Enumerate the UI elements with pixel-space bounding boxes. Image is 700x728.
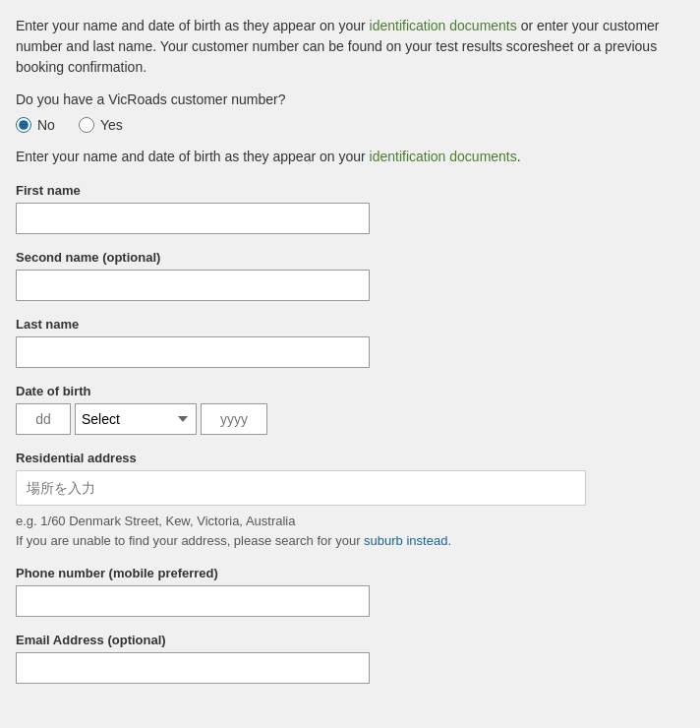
suburb-link[interactable]: suburb instead [364, 533, 447, 548]
last-name-label: Last name [16, 317, 684, 332]
id-text-part1: Enter your name and date of birth as the… [16, 149, 370, 164]
intro-text-part1: Enter your name and date of birth as the… [16, 18, 370, 33]
address-hint: e.g. 1/60 Denmark Street, Kew, Victoria,… [16, 512, 684, 550]
address-hint2-part1: If you are unable to find your address, … [16, 533, 364, 548]
second-name-label: Second name (optional) [16, 250, 684, 265]
radio-yes-label: Yes [100, 117, 123, 133]
last-name-input[interactable] [16, 336, 370, 368]
identification-link-2[interactable]: identification documents [370, 149, 517, 164]
customer-number-radio-group: No Yes [16, 117, 684, 133]
last-name-field: Last name [16, 317, 684, 368]
phone-input[interactable] [16, 585, 370, 617]
radio-no-label: No [37, 117, 55, 133]
address-example: e.g. 1/60 Denmark Street, Kew, Victoria,… [16, 514, 295, 528]
first-name-field: First name [16, 183, 684, 234]
address-hint2-period: . [447, 533, 451, 548]
phone-label: Phone number (mobile preferred) [16, 566, 684, 580]
first-name-label: First name [16, 183, 684, 198]
email-input[interactable] [16, 652, 370, 684]
second-name-field: Second name (optional) [16, 250, 684, 301]
email-label: Email Address (optional) [16, 633, 684, 647]
dob-day-input[interactable] [16, 403, 71, 435]
radio-yes-option[interactable]: Yes [79, 117, 123, 133]
dob-field: Date of birth Select January February Ma… [16, 384, 684, 435]
radio-no-input[interactable] [16, 117, 31, 133]
dob-row: Select January February March April May … [16, 403, 684, 435]
phone-field: Phone number (mobile preferred) [16, 566, 684, 617]
email-field: Email Address (optional) [16, 633, 684, 684]
dob-month-select[interactable]: Select January February March April May … [75, 403, 197, 435]
intro-paragraph: Enter your name and date of birth as the… [16, 16, 684, 78]
radio-yes-input[interactable] [79, 117, 94, 133]
radio-no-option[interactable]: No [16, 117, 55, 133]
id-documents-text: Enter your name and date of birth as the… [16, 147, 684, 167]
customer-number-question: Do you have a VicRoads customer number? [16, 91, 684, 107]
identification-link-1[interactable]: identification documents [370, 18, 517, 33]
address-input[interactable] [16, 470, 586, 506]
dob-year-input[interactable] [201, 403, 267, 435]
second-name-input[interactable] [16, 270, 370, 301]
dob-label: Date of birth [16, 384, 684, 398]
address-field: Residential address e.g. 1/60 Denmark St… [16, 451, 684, 550]
id-period: . [517, 149, 521, 164]
address-label: Residential address [16, 451, 684, 465]
first-name-input[interactable] [16, 203, 370, 234]
